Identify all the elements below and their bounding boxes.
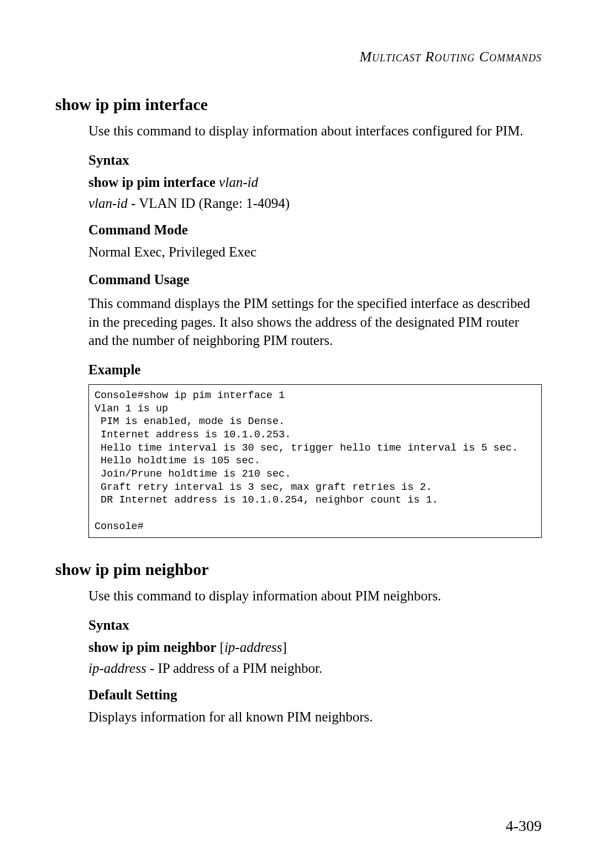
syntax-param: vlan-id - VLAN ID (Range: 1-4094)	[88, 196, 542, 211]
mode-text: Normal Exec, Privileged Exec	[88, 244, 542, 260]
section-title-interface: show ip pim interface	[55, 95, 542, 114]
syntax-param-ital: vlan-id	[88, 196, 128, 211]
syntax-command: show ip pim neighbor [ip-address]	[88, 640, 542, 655]
section-body-interface: Use this command to display information …	[88, 122, 542, 538]
syntax-heading: Syntax	[88, 618, 542, 633]
example-heading: Example	[88, 362, 542, 378]
default-heading: Default Setting	[88, 687, 542, 703]
syntax-param-desc: - IP address of a PIM neighbor.	[146, 661, 322, 676]
running-header: Multicast Routing Commands	[55, 49, 542, 65]
page-number: 4-309	[506, 817, 542, 835]
syntax-command-ital: vlan-id	[219, 175, 258, 190]
section-title-neighbor: show ip pim neighbor	[55, 560, 542, 579]
syntax-param: ip-address - IP address of a PIM neighbo…	[88, 661, 542, 676]
section-body-neighbor: Use this command to display information …	[88, 587, 542, 725]
mode-heading: Command Mode	[88, 222, 542, 238]
syntax-param-desc: - VLAN ID (Range: 1-4094)	[128, 196, 290, 211]
syntax-command-bold: show ip pim neighbor	[88, 640, 216, 655]
syntax-command-ital: ip-address	[224, 640, 282, 655]
section-description: Use this command to display information …	[88, 122, 542, 140]
usage-text: This command displays the PIM settings f…	[88, 294, 542, 350]
syntax-open-bracket: [	[216, 640, 224, 655]
syntax-heading: Syntax	[88, 153, 542, 168]
section-description: Use this command to display information …	[88, 587, 542, 605]
usage-heading: Command Usage	[88, 272, 542, 287]
syntax-param-ital: ip-address	[88, 661, 146, 676]
syntax-close-bracket: ]	[282, 640, 287, 655]
syntax-command-bold: show ip pim interface	[88, 175, 216, 190]
default-text: Displays information for all known PIM n…	[88, 709, 542, 725]
page: Multicast Routing Commands show ip pim i…	[0, 0, 597, 868]
syntax-command: show ip pim interface vlan-id	[88, 175, 542, 190]
example-console: Console#show ip pim interface 1 Vlan 1 i…	[88, 384, 542, 538]
